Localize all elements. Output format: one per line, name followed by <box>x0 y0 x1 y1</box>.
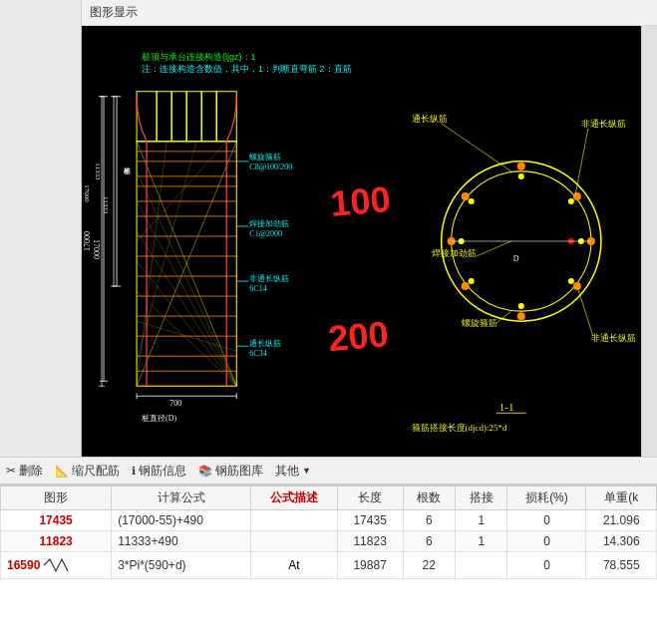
drawing-header: 图形显示 <box>82 0 657 26</box>
table-row: 11823 11333+490 11823 6 1 0 14.306 <box>1 531 657 552</box>
svg-line-64 <box>575 129 588 196</box>
dim-17000-text: 17000 <box>92 239 101 259</box>
col-weight: 单重(k <box>586 486 657 510</box>
red-100: 100 <box>329 178 393 224</box>
half-pile-label: 半桩长 <box>124 167 132 174</box>
cad-note-label: 注：连接构造含数值，其中，1：判断直弯筋 2：直筋 <box>142 64 352 74</box>
row3-shape: 16590 <box>1 552 112 579</box>
pile-diameter-label: 桩直径(D) <box>141 414 176 423</box>
row2-loss: 0 <box>507 531 586 552</box>
label-c1: C1@2000 <box>249 229 282 238</box>
rebar-lib-button[interactable]: 📚 钢筋图库 <box>198 463 263 480</box>
label-luoxuan-circle: 螺旋箍筋 <box>462 318 497 328</box>
cad-top-label: 桩顶与承台连接构造(ljgz)：1 <box>141 52 256 62</box>
svg-point-55 <box>568 278 574 284</box>
rebar-info-label: 钢筋信息 <box>139 463 186 480</box>
svg-point-48 <box>517 312 525 320</box>
svg-line-61 <box>442 124 511 171</box>
row1-desc <box>251 510 338 531</box>
svg-point-56 <box>518 303 524 309</box>
drawing-canvas[interactable]: 桩顶与承台连接构造(ljgz)：1 注：连接构造含数值，其中，1：判断直弯筋 2… <box>82 26 641 457</box>
dim-11333-text: 11333 <box>102 196 110 214</box>
row1-count: 6 <box>403 510 455 531</box>
label-feitongchang-right: 非通长纵筋 <box>581 119 626 129</box>
row2-shape: 11823 <box>1 531 112 552</box>
main-container: 图形显示 桩顶与承台连接构造(ljgz)：1 注：连接构造含数值，其中，1：判断… <box>0 0 657 644</box>
svg-line-65 <box>577 286 593 336</box>
drawing-title: 图形显示 <box>90 5 138 19</box>
scale-rebar-label: 缩尺配筋 <box>72 463 120 480</box>
svg-point-49 <box>462 282 470 290</box>
svg-line-16 <box>137 201 236 386</box>
row1-shape: 17435 <box>1 510 112 531</box>
row2-shape-num: 11823 <box>39 534 72 548</box>
scale-rebar-button[interactable]: 📐 缩尺配筋 <box>55 463 120 480</box>
svg-point-53 <box>568 198 574 204</box>
rebar-top <box>517 162 525 170</box>
rebar-info-button[interactable]: ℹ 钢筋信息 <box>132 463 186 480</box>
svg-point-47 <box>573 282 581 290</box>
label-hanjie-circle: 焊接加劲筋 <box>432 248 477 258</box>
toolbar: ✂ 删除 📐 缩尺配筋 ℹ 钢筋信息 📚 钢筋图库 其他 ▼ <box>0 457 657 484</box>
col-lap: 搭接 <box>456 486 507 510</box>
at-text: At <box>288 558 299 572</box>
row1-length: 17435 <box>337 510 403 531</box>
sidebar <box>0 0 82 457</box>
col-desc: 公式描述 <box>251 486 338 510</box>
row3-formula: 3*Pi*(590+d) <box>112 552 251 579</box>
row1-loss: 0 <box>507 510 586 531</box>
row2-desc <box>251 531 338 552</box>
table-row: 17435 (17000-55)+490 17435 6 1 0 21.096 <box>1 510 657 531</box>
delete-button[interactable]: ✂ 删除 <box>6 463 43 480</box>
rebar-lib-icon: 📚 <box>198 465 212 478</box>
label-feitongchang: 非通长纵筋 <box>249 274 289 283</box>
table-header-row: 图形 计算公式 公式描述 长度 根数 搭接 损耗(%) 单重(k <box>1 486 657 510</box>
row1-shape-num: 17435 <box>39 513 72 527</box>
row1-lap: 1 <box>456 510 507 531</box>
rebar-info-icon: ℹ <box>132 465 136 478</box>
col-count: 根数 <box>403 486 455 510</box>
svg-line-18 <box>137 261 236 386</box>
svg-line-15 <box>137 171 236 386</box>
row2-weight: 14.306 <box>586 531 657 552</box>
row2-count: 6 <box>403 531 455 552</box>
delete-icon: ✂ <box>6 464 16 478</box>
label-tongchang: 通长纵筋 <box>249 339 281 348</box>
red-200: 200 <box>327 313 391 359</box>
label-tongchang-top: 通长纵筋 <box>412 114 448 124</box>
row3-weight: 78.555 <box>586 552 657 579</box>
dim-700: 700 <box>169 399 181 408</box>
table-row: 16590 3*Pi*(590+d) At 19887 22 <box>1 552 657 579</box>
scale-rebar-icon: 📐 <box>55 465 69 478</box>
col-shape: 图形 <box>1 486 112 510</box>
right-scrollbar[interactable] <box>641 26 657 457</box>
svg-point-59 <box>469 198 475 204</box>
row3-lap <box>456 552 507 579</box>
svg-point-51 <box>462 192 470 200</box>
row3-desc: At <box>251 552 338 579</box>
drawing-area: 图形显示 桩顶与承台连接构造(ljgz)：1 注：连接构造含数值，其中，1：判断… <box>82 0 657 457</box>
vert-dim-11333: 11333 <box>94 162 102 180</box>
section-label-11: 1-1 <box>499 401 514 413</box>
svg-point-57 <box>469 278 475 284</box>
label-luoxuan1: 螺旋箍筋 <box>249 153 281 161</box>
svg-point-45 <box>573 192 581 200</box>
more-button[interactable]: 其他 ▼ <box>275 463 311 480</box>
svg-line-23 <box>137 142 226 241</box>
drawing-with-scroll: 桩顶与承台连接构造(ljgz)：1 注：连接构造含数值，其中，1：判断直弯筋 2… <box>82 26 657 457</box>
svg-line-22 <box>137 142 196 361</box>
shape-sketch-svg <box>42 555 72 575</box>
more-label: 其他 <box>275 463 299 480</box>
vert-dim-17000: 17000 <box>83 184 91 202</box>
svg-point-52 <box>518 173 524 179</box>
row1-formula: (17000-55)+490 <box>112 510 251 531</box>
row3-count: 22 <box>403 552 455 579</box>
top-section: 图形显示 桩顶与承台连接构造(ljgz)：1 注：连接构造含数值，其中，1：判断… <box>0 0 657 457</box>
label-6c34: 6C34 <box>249 349 266 358</box>
label-feitongchang2-right: 非通长纵筋 <box>591 333 636 343</box>
row2-lap: 1 <box>456 531 507 552</box>
delete-label: 删除 <box>19 463 43 480</box>
svg-line-62 <box>477 241 511 256</box>
svg-line-17 <box>137 231 236 386</box>
more-chevron-icon: ▼ <box>302 466 311 476</box>
